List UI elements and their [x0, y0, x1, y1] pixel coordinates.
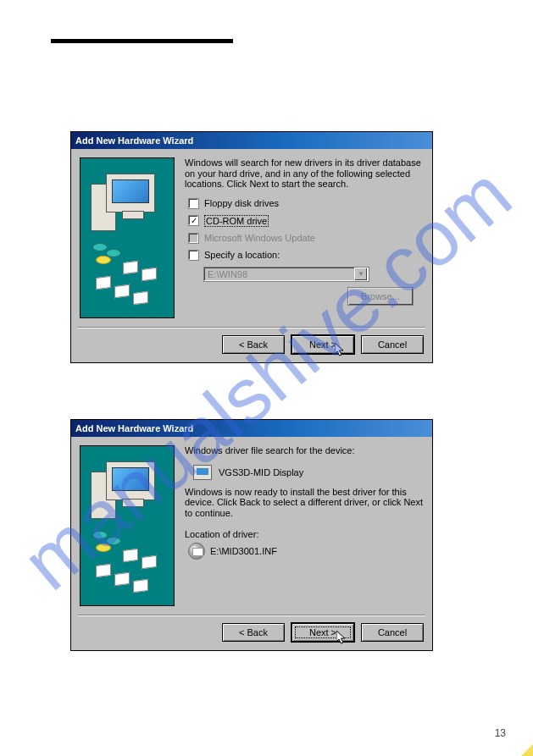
driver-path: E:\MID3001.INF [210, 546, 277, 556]
combobox-dropdown-button: ▼ [354, 268, 368, 281]
wizard-illustration [80, 157, 175, 318]
location-value: E:\WIN98 [208, 269, 247, 279]
ready-message: Windows is now ready to install the best… [185, 487, 424, 519]
paper-icon [96, 276, 111, 290]
wizard-message: Windows will search for new drivers in i… [185, 157, 424, 190]
browse-button: Browse... [347, 287, 414, 306]
cdrom-checkbox-row: ✓ CD-ROM drive [188, 215, 424, 227]
paper-icon [142, 268, 157, 282]
device-name: VGS3D-MID Display [219, 467, 303, 477]
focus-indicator [295, 626, 351, 638]
hardware-wizard-dialog-2: Add New Hardware Wizard Windows driver f… [70, 419, 433, 651]
update-label: Microsoft Windows Update [204, 233, 315, 243]
titlebar: Add New Hardware Wizard [71, 420, 432, 437]
inf-file-icon [188, 543, 205, 560]
cdrom-checkbox[interactable]: ✓ [188, 215, 199, 226]
window-title: Add New Hardware Wizard [75, 135, 193, 146]
update-checkbox [188, 233, 199, 244]
specify-checkbox[interactable] [188, 250, 199, 261]
paper-icon [123, 549, 138, 563]
next-button[interactable]: Next > [291, 335, 354, 354]
disc-icon [92, 531, 108, 539]
specify-checkbox-row: Specify a location: [188, 250, 424, 261]
floppy-checkbox-row: Floppy disk drives [188, 198, 424, 209]
update-checkbox-row: Microsoft Windows Update [188, 233, 424, 244]
next-button[interactable]: Next > [291, 623, 354, 642]
back-button[interactable]: < Back [222, 335, 285, 354]
page-number: 13 [495, 727, 506, 739]
paper-icon [96, 564, 111, 578]
search-message: Windows driver file search for the devic… [185, 445, 424, 456]
disc-icon [96, 544, 111, 552]
dialog-button-row: < Back Next > Cancel [71, 616, 432, 650]
paper-icon [133, 291, 148, 306]
cancel-button[interactable]: Cancel [361, 623, 424, 642]
titlebar: Add New Hardware Wizard [71, 132, 432, 149]
disc-icon [96, 256, 111, 264]
page-header-line [51, 39, 233, 43]
paper-icon [133, 579, 148, 593]
floppy-checkbox[interactable] [188, 198, 199, 209]
location-label: Location of driver: [185, 529, 424, 539]
paper-icon [123, 261, 138, 275]
location-combobox: E:\WIN98 ▼ [203, 267, 369, 282]
dialog-button-row: < Back Next > Cancel [71, 328, 432, 362]
display-device-icon [193, 465, 212, 480]
specify-label: Specify a location: [204, 250, 280, 260]
paper-icon [142, 555, 157, 570]
window-title: Add New Hardware Wizard [75, 423, 193, 433]
floppy-label: Floppy disk drives [204, 198, 279, 208]
monitor-icon [106, 461, 155, 500]
wizard-illustration [80, 445, 175, 606]
page-corner-fold [518, 741, 533, 756]
hardware-wizard-dialog-1: Add New Hardware Wizard Windows will sea… [70, 131, 433, 363]
monitor-icon [106, 174, 155, 212]
cancel-button[interactable]: Cancel [361, 335, 424, 354]
disc-icon [92, 243, 108, 251]
paper-icon [114, 284, 130, 299]
cdrom-label: CD-ROM drive [204, 215, 269, 227]
paper-icon [114, 572, 130, 587]
back-button[interactable]: < Back [222, 623, 285, 642]
